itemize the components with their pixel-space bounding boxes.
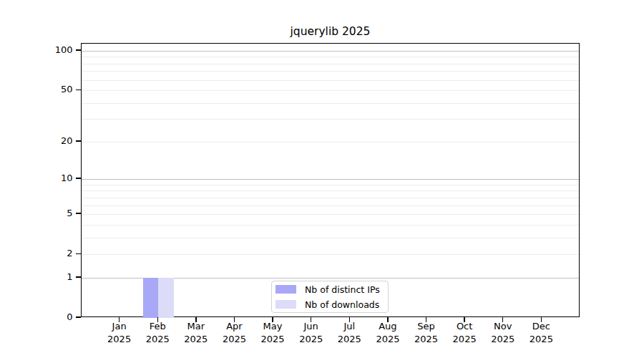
- x-tick-label: Nov 2025: [483, 320, 523, 345]
- legend-swatch-distinct-ips: [275, 285, 296, 294]
- y-tick-mark: [76, 178, 81, 178]
- legend-label-distinct-ips: Nb of distinct IPs: [305, 284, 380, 295]
- gridline-minor: [82, 198, 579, 198]
- legend-row-downloads: Nb of downloads: [275, 297, 388, 312]
- legend-label-downloads: Nb of downloads: [305, 299, 379, 310]
- legend-row-distinct-ips: Nb of distinct IPs: [275, 282, 388, 297]
- gridline-minor: [82, 238, 579, 238]
- y-tick-mark: [76, 90, 81, 90]
- gridline-minor: [82, 254, 579, 255]
- gridline-minor: [82, 142, 579, 142]
- bar-nb-of-downloads-feb: [158, 278, 174, 318]
- y-tick-label: 100: [42, 44, 73, 56]
- y-tick-mark: [76, 49, 81, 50]
- legend: Nb of distinct IPs Nb of downloads: [271, 281, 389, 313]
- x-tick-label: Feb 2025: [137, 320, 177, 345]
- gridline-minor: [82, 80, 579, 81]
- gridline-major: [82, 51, 579, 52]
- bar-nb-of-distinct-ips-feb: [143, 278, 159, 318]
- x-tick-label: Dec 2025: [521, 320, 561, 345]
- gridline-minor: [82, 190, 579, 191]
- gridline-minor: [82, 71, 579, 72]
- y-tick-mark: [76, 253, 81, 254]
- legend-swatch-downloads: [275, 300, 296, 309]
- gridline-minor: [82, 185, 579, 185]
- y-tick-label: 10: [42, 173, 73, 184]
- x-tick-label: Apr 2025: [214, 320, 254, 345]
- x-tick-label: Aug 2025: [368, 320, 408, 345]
- gridline-minor: [82, 64, 579, 64]
- x-tick-label: Mar 2025: [176, 320, 216, 345]
- y-tick-label: 1: [42, 271, 73, 283]
- y-tick-mark: [76, 316, 81, 317]
- y-tick-mark: [76, 276, 81, 277]
- gridline-minor: [82, 205, 579, 206]
- chart-title: jquerylib 2025: [81, 25, 580, 38]
- y-tick-mark: [76, 213, 81, 213]
- cran-downloads-chart: jquerylib 2025 0125102050100Jan 2025Feb …: [0, 0, 644, 358]
- gridline-major: [82, 179, 579, 180]
- plot-area: [81, 43, 580, 317]
- x-tick-label: Oct 2025: [444, 320, 484, 345]
- y-tick-label: 0: [42, 311, 73, 323]
- x-tick-label: May 2025: [253, 320, 293, 345]
- y-tick-label: 2: [42, 248, 73, 259]
- gridline-minor: [82, 214, 579, 215]
- y-tick-label: 5: [42, 208, 73, 219]
- x-tick-label: Sep 2025: [406, 320, 447, 345]
- gridline-minor: [82, 103, 579, 104]
- gridline-minor: [82, 90, 579, 91]
- gridline-minor: [82, 57, 579, 57]
- x-tick-label: Jun 2025: [291, 320, 331, 345]
- y-tick-label: 20: [42, 135, 73, 147]
- x-tick-label: Jan 2025: [99, 320, 140, 345]
- x-tick-label: Jul 2025: [329, 320, 369, 345]
- y-tick-mark: [76, 140, 81, 141]
- y-tick-label: 50: [42, 84, 73, 95]
- gridline-minor: [82, 119, 579, 120]
- gridline-minor: [82, 225, 579, 226]
